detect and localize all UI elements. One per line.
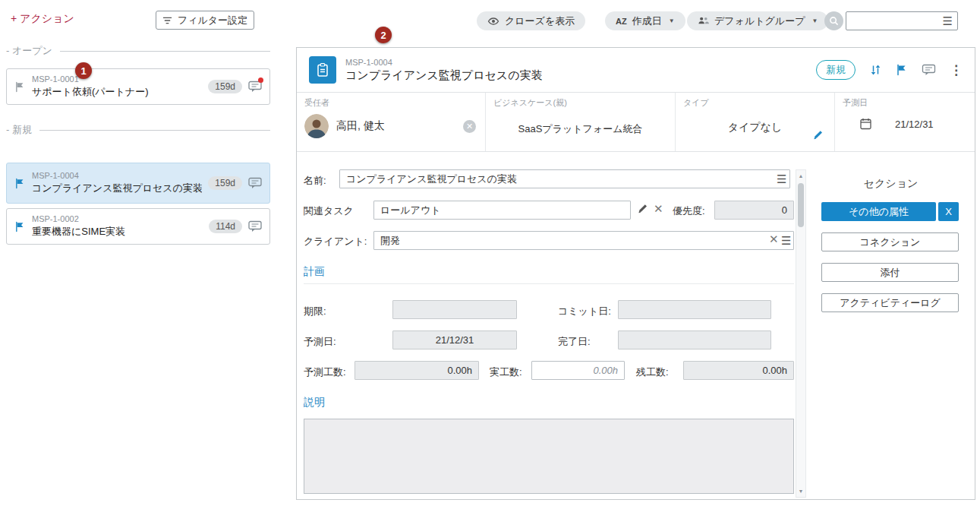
forecast-date-value-wrap: 21/12/31 <box>843 118 966 130</box>
scroll-down-icon[interactable]: ▼ <box>796 486 805 496</box>
name-menu-icon[interactable]: ☰ <box>777 173 786 185</box>
task-type-icon <box>309 56 336 84</box>
section-other-attributes-button[interactable]: その他の属性 <box>821 202 936 221</box>
card-title: コンプライアンス監視プロセスの実装 <box>32 182 202 195</box>
task-title: コンプライアンス監視プロセスの実装 <box>345 68 543 83</box>
search-input[interactable] <box>846 12 943 30</box>
search-menu-icon[interactable]: ☰ <box>943 15 953 27</box>
chevron-down-icon: ▼ <box>669 17 675 24</box>
estimated-effort-input <box>355 361 479 380</box>
finish-date-input <box>618 330 771 349</box>
group-divider <box>60 51 270 52</box>
detail-body: 名前: ☰ 関連タスク ✕ 優先度: クライアント: ✕ ☰ 計画 期限: コミ… <box>297 154 975 500</box>
group-open-text: - オープン <box>6 44 52 58</box>
commit-date-label: コミット日: <box>558 305 611 318</box>
deadline-input <box>392 300 517 319</box>
comment-icon[interactable] <box>922 64 936 77</box>
scroll-up-icon[interactable]: ▲ <box>796 171 805 181</box>
type-value: タイプなし <box>683 121 827 134</box>
age-badge: 114d <box>209 220 242 233</box>
forecast-date-field: 予測日 21/12/31 <box>835 93 973 151</box>
description-section-heading: 説明 <box>304 396 325 410</box>
sort-button[interactable]: AZ 作成日 ▼ <box>605 11 685 30</box>
chevron-down-icon: ▼ <box>811 17 818 24</box>
comment-icon[interactable] <box>248 177 262 190</box>
status-badge[interactable]: 新規 <box>816 60 856 80</box>
edit-type-icon[interactable] <box>812 129 824 141</box>
business-case-value[interactable]: SaaSプラットフォーム統合 <box>493 122 667 136</box>
related-task-input[interactable] <box>373 201 631 220</box>
type-label: タイプ <box>683 97 827 109</box>
client-menu-icon[interactable]: ☰ <box>781 235 791 246</box>
section-activity-log-button[interactable]: アクティビティーログ <box>821 293 959 312</box>
clear-client-icon[interactable]: ✕ <box>769 233 779 245</box>
assignee-name: 高田, 健太 <box>336 119 455 133</box>
search-input-wrap: ☰ <box>846 11 958 30</box>
card-title: サポート依頼(パートナー) <box>32 85 202 99</box>
section-connections-button[interactable]: コネクション <box>821 232 959 251</box>
deadline-label: 期限: <box>304 305 326 318</box>
section-close-button[interactable]: X <box>938 202 959 221</box>
search-button[interactable] <box>824 11 843 30</box>
group-label-new[interactable]: - 新規 <box>6 123 270 137</box>
card-text: MSP-1-0001 サポート依頼(パートナー) <box>32 74 202 99</box>
comment-icon[interactable] <box>248 81 262 93</box>
search-icon <box>829 16 839 26</box>
remaining-effort-input <box>683 361 794 380</box>
assignee-avatar[interactable] <box>304 114 329 138</box>
sort-az-icon: AZ <box>616 17 627 26</box>
flag-icon <box>14 81 26 93</box>
more-menu-icon[interactable]: ⋮ <box>950 64 963 77</box>
scrollbar-thumb[interactable] <box>798 183 804 227</box>
clear-assignee-icon[interactable]: ✕ <box>463 120 476 133</box>
comment-icon[interactable] <box>248 220 262 233</box>
filter-settings-label: フィルター設定 <box>178 14 247 27</box>
assignee-label: 受任者 <box>304 97 477 109</box>
flag-icon <box>14 221 26 232</box>
business-case-label: ビジネスケース(親) <box>493 97 667 109</box>
scrollbar[interactable]: ▲ ▼ <box>796 169 806 498</box>
edit-related-icon[interactable] <box>637 203 648 214</box>
card-title: 重要機器にSIME実装 <box>32 225 203 239</box>
actual-effort-label: 実工数: <box>490 365 522 379</box>
workflow-icon[interactable] <box>869 64 882 76</box>
card-id: MSP-1-0001 <box>32 74 202 84</box>
group-new-text: - 新規 <box>6 123 32 137</box>
annotation-badge-1: 1 <box>75 62 92 79</box>
remaining-effort-label: 残工数: <box>636 365 669 379</box>
flag-icon[interactable] <box>896 64 908 76</box>
client-label: クライアント: <box>304 235 367 248</box>
action-link[interactable]: + アクション <box>11 12 74 26</box>
clear-related-icon[interactable]: ✕ <box>654 203 663 214</box>
filter-icon <box>162 16 172 25</box>
filter-settings-button[interactable]: フィルター設定 <box>156 11 254 30</box>
actual-effort-input[interactable] <box>531 361 625 380</box>
card-text: MSP-1-0002 重要機器にSIME実装 <box>32 214 203 239</box>
show-closed-button[interactable]: クローズを表示 <box>477 11 585 30</box>
task-card[interactable]: MSP-1-0002 重要機器にSIME実装 114d <box>6 208 270 245</box>
age-badge: 159d <box>208 176 242 190</box>
unread-dot <box>258 77 263 83</box>
card-id: MSP-1-0004 <box>32 171 202 180</box>
task-card[interactable]: MSP-1-0001 サポート依頼(パートナー) 159d <box>6 68 270 105</box>
plan-divider <box>304 283 794 284</box>
description-textarea <box>304 419 794 494</box>
client-input[interactable] <box>373 231 794 250</box>
calendar-icon[interactable] <box>859 118 872 130</box>
group-label-open[interactable]: - オープン <box>6 44 270 58</box>
detail-actions: 新規 ⋮ <box>816 60 963 80</box>
forecast-date-label: 予測日 <box>843 97 966 109</box>
related-task-label: 関連タスク <box>304 204 354 218</box>
task-card-selected[interactable]: MSP-1-0004 コンプライアンス監視プロセスの実装 159d <box>6 163 270 204</box>
assignee-value: 高田, 健太 ✕ <box>304 114 477 138</box>
group-by-button[interactable]: デフォルトグループ ▼ <box>687 11 828 30</box>
group-by-label: デフォルトグループ <box>714 14 805 28</box>
section-attachments-button[interactable]: 添付 <box>821 263 959 282</box>
show-closed-label: クローズを表示 <box>505 14 575 28</box>
commit-date-input <box>618 300 771 319</box>
age-badge: 159d <box>208 80 242 93</box>
detail-title-block: MSP-1-0004 コンプライアンス監視プロセスの実装 <box>345 58 543 83</box>
eye-icon <box>487 15 499 27</box>
task-id: MSP-1-0004 <box>345 58 543 67</box>
name-input[interactable] <box>339 169 790 188</box>
